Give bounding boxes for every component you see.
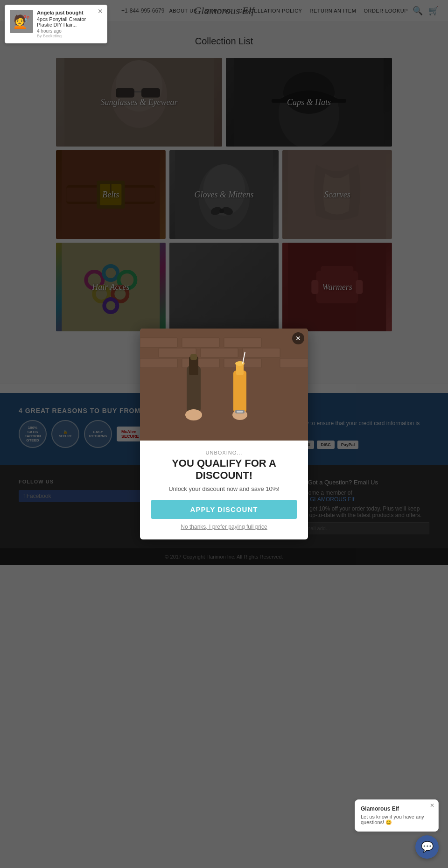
notification-product: 4pcs Ponytail Creator Plastic DIY Hair..… — [37, 16, 102, 28]
modal-subtitle: Unlock your discount now and save 10%! — [151, 485, 297, 492]
modal-apply-button[interactable]: APPLY DISCOUNT — [151, 500, 297, 519]
discount-overlay: ✕ — [0, 0, 448, 565]
svg-point-55 — [185, 409, 202, 420]
notification-action: just bought — [56, 10, 84, 15]
notification-bar: 💇 Angela just bought 4pcs Ponytail Creat… — [5, 5, 107, 43]
notification-close-button[interactable]: ✕ — [98, 7, 103, 15]
svg-rect-43 — [243, 348, 280, 357]
svg-rect-42 — [201, 348, 238, 357]
modal-title: YOU QUALIFY FOR A DISCOUNT! — [151, 457, 297, 482]
notification-text: Angela just bought 4pcs Ponytail Creator… — [37, 10, 102, 38]
modal-body: Unboxing... YOU QUALIFY FOR A DISCOUNT! … — [140, 441, 308, 539]
svg-rect-44 — [140, 358, 177, 368]
svg-rect-45 — [182, 358, 219, 368]
svg-rect-38 — [140, 338, 177, 347]
svg-rect-50 — [190, 354, 197, 360]
svg-rect-47 — [280, 358, 308, 368]
svg-rect-39 — [182, 338, 219, 347]
notification-image: 💇 — [10, 10, 33, 33]
modal-image — [140, 329, 308, 441]
modal-header-text: Unboxing... — [151, 450, 297, 455]
notification-buyer: Angela — [37, 10, 54, 15]
modal-decline-button[interactable]: No thanks, I prefer paying full price — [151, 524, 297, 530]
notification-powered: By Beeketing — [37, 34, 102, 38]
discount-modal: ✕ — [140, 329, 308, 539]
svg-rect-58 — [237, 411, 243, 413]
notification-time: 4 hours ago — [37, 28, 102, 34]
svg-rect-51 — [233, 371, 246, 413]
svg-rect-40 — [224, 338, 261, 347]
modal-close-button[interactable]: ✕ — [292, 332, 304, 344]
